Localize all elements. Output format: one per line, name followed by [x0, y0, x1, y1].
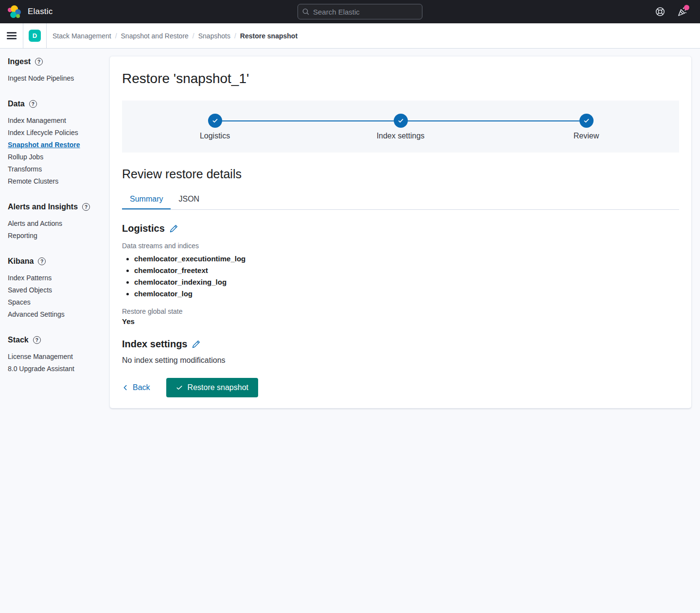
- review-tabs: Summary JSON: [122, 189, 679, 210]
- step-complete-icon: [394, 114, 408, 128]
- breadcrumb-bar: D Stack Management / Snapshot and Restor…: [0, 23, 700, 49]
- breadcrumb-separator: /: [115, 32, 117, 40]
- step-complete-icon: [208, 114, 222, 128]
- menu-icon: [7, 31, 17, 41]
- elastic-logo-icon: [8, 5, 21, 18]
- step-complete-icon: [579, 114, 594, 128]
- step-logistics[interactable]: Logistics: [122, 101, 308, 153]
- question-icon[interactable]: ?: [33, 336, 41, 344]
- step-review[interactable]: Review: [493, 101, 679, 153]
- page-title: Restore 'snapshot_1': [122, 71, 679, 86]
- chevron-left-icon: [122, 384, 129, 391]
- sidebar-item-ingest-node-pipelines[interactable]: Ingest Node Pipelines: [8, 72, 102, 85]
- step-label: Logistics: [200, 132, 230, 140]
- pencil-icon[interactable]: [192, 340, 200, 348]
- space-avatar[interactable]: D: [29, 30, 41, 42]
- breadcrumb-separator: /: [234, 32, 236, 40]
- sidebar-item-index-patterns[interactable]: Index Patterns: [8, 272, 102, 284]
- brand-title: Elastic: [28, 7, 52, 17]
- tab-summary[interactable]: Summary: [122, 189, 171, 209]
- restore-snapshot-panel: Restore 'snapshot_1' Logistics Index set…: [109, 56, 692, 409]
- sidebar-item-index-lifecycle-policies[interactable]: Index Lifecycle Policies: [8, 127, 102, 139]
- sidebar-item-alerts-and-actions[interactable]: Alerts and Actions: [8, 218, 102, 230]
- index-item: chemlocator_freetext: [134, 265, 679, 276]
- sidebar-section-stack: Stack: [8, 336, 29, 344]
- tab-json[interactable]: JSON: [171, 189, 207, 209]
- question-icon[interactable]: ?: [82, 203, 90, 211]
- sidebar-item-advanced-settings[interactable]: Advanced Settings: [8, 308, 102, 321]
- index-item: chemlocator_indexing_log: [134, 276, 679, 288]
- global-state-value: Yes: [122, 317, 679, 325]
- sidebar-item-rollup-jobs[interactable]: Rollup Jobs: [8, 151, 102, 163]
- top-header: Elastic: [0, 0, 700, 23]
- sidebar-section-alerts-and-insights: Alerts and Insights: [8, 203, 78, 211]
- sidebar-section-kibana: Kibana: [8, 257, 34, 266]
- pencil-icon[interactable]: [170, 224, 178, 233]
- back-button[interactable]: Back: [122, 383, 150, 392]
- sidebar-item-saved-objects[interactable]: Saved Objects: [8, 284, 102, 296]
- index-settings-message: No index setting modifications: [122, 356, 679, 365]
- notification-dot: [684, 5, 689, 10]
- index-item: chemlocator_executiontime_log: [134, 253, 679, 265]
- horizontal-steps: Logistics Index settings Review: [122, 101, 679, 153]
- breadcrumb-item[interactable]: Snapshot and Restore: [121, 32, 189, 40]
- sidebar-item-spaces[interactable]: Spaces: [8, 296, 102, 308]
- management-sidebar: Ingest ? Ingest Node Pipelines Data ? In…: [0, 49, 109, 390]
- sidebar-item-transforms[interactable]: Transforms: [8, 163, 102, 175]
- step-label: Index settings: [377, 132, 425, 140]
- global-search[interactable]: [298, 4, 422, 19]
- logistics-heading: Logistics: [122, 223, 165, 234]
- search-icon: [302, 8, 310, 16]
- sidebar-item-reporting[interactable]: Reporting: [8, 230, 102, 242]
- sidebar-section-data: Data: [8, 100, 25, 108]
- breadcrumb-item[interactable]: Snapshots: [198, 32, 230, 40]
- breadcrumb-separator: /: [192, 32, 194, 40]
- step-label: Review: [574, 132, 599, 140]
- search-input[interactable]: [313, 8, 418, 16]
- newsfeed-icon[interactable]: [678, 7, 687, 17]
- global-state-label: Restore global state: [122, 307, 679, 315]
- restore-snapshot-label: Restore snapshot: [188, 383, 248, 392]
- index-item: chemlocator_log: [134, 288, 679, 300]
- step-index-settings[interactable]: Index settings: [308, 101, 493, 153]
- back-label: Back: [133, 383, 150, 392]
- question-icon[interactable]: ?: [35, 58, 43, 66]
- indices-list: chemlocator_executiontime_log chemlocato…: [122, 253, 679, 300]
- restore-snapshot-button[interactable]: Restore snapshot: [166, 378, 258, 397]
- breadcrumb-item-current: Restore snapshot: [240, 32, 298, 40]
- breadcrumb-item[interactable]: Stack Management: [52, 32, 111, 40]
- question-icon[interactable]: ?: [29, 100, 37, 108]
- review-heading: Review restore details: [122, 167, 679, 181]
- sidebar-item-index-management[interactable]: Index Management: [8, 115, 102, 127]
- breadcrumb: Stack Management / Snapshot and Restore …: [52, 32, 298, 40]
- menu-button[interactable]: [0, 23, 23, 48]
- sidebar-item-upgrade-assistant[interactable]: 8.0 Upgrade Assistant: [8, 363, 102, 375]
- check-icon: [176, 384, 183, 391]
- sidebar-section-ingest: Ingest: [8, 57, 31, 66]
- help-icon[interactable]: [655, 7, 665, 17]
- sidebar-item-remote-clusters[interactable]: Remote Clusters: [8, 175, 102, 187]
- sidebar-item-license-management[interactable]: License Management: [8, 351, 102, 363]
- indices-label: Data streams and indices: [122, 242, 679, 250]
- question-icon[interactable]: ?: [38, 257, 46, 265]
- index-settings-heading: Index settings: [122, 339, 187, 350]
- sidebar-item-snapshot-and-restore[interactable]: Snapshot and Restore: [8, 139, 102, 151]
